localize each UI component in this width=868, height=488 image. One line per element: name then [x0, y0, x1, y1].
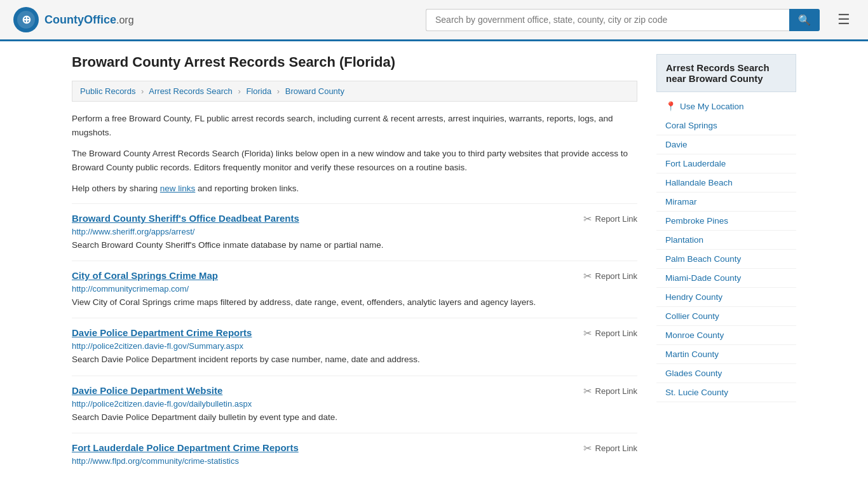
results-list: Broward County Sheriff's Office Deadbeat…: [72, 203, 637, 477]
result-item-3: Davie Police Department Website ✂ Report…: [72, 376, 637, 433]
report-icon-0: ✂: [583, 213, 592, 225]
report-icon-2: ✂: [583, 327, 592, 339]
result-title-1[interactable]: City of Coral Springs Crime Map: [72, 270, 218, 281]
result-url-4[interactable]: http://www.flpd.org/community/crime-stat…: [72, 456, 637, 466]
sidebar-link-fort-lauderdale[interactable]: Fort Lauderdale: [656, 154, 796, 173]
sidebar-link-collier-county[interactable]: Collier County: [656, 307, 796, 326]
result-header-0: Broward County Sheriff's Office Deadbeat…: [72, 213, 637, 225]
use-location-label: Use My Location: [680, 102, 744, 111]
header: ⊕ CountyOffice.org 🔍 ☰: [0, 0, 868, 41]
content-area: Broward County Arrest Records Search (Fl…: [72, 54, 637, 477]
result-header-4: Fort Lauderdale Police Department Crime …: [72, 442, 637, 454]
result-url-0[interactable]: http://www.sheriff.org/apps/arrest/: [72, 227, 637, 236]
description-1: Perform a free Broward County, FL public…: [72, 112, 637, 139]
report-icon-3: ✂: [583, 385, 592, 397]
report-label-2: Report Link: [595, 329, 637, 338]
breadcrumb: Public Records › Arrest Records Search ›…: [72, 81, 637, 102]
report-link-2[interactable]: ✂ Report Link: [583, 327, 637, 339]
result-title-3[interactable]: Davie Police Department Website: [72, 385, 222, 396]
result-header-1: City of Coral Springs Crime Map ✂ Report…: [72, 270, 637, 282]
report-label-1: Report Link: [595, 271, 637, 281]
result-title-0[interactable]: Broward County Sheriff's Office Deadbeat…: [72, 213, 299, 224]
sidebar-link-hallandale-beach[interactable]: Hallandale Beach: [656, 173, 796, 193]
result-desc-1: View City of Coral Springs crime maps fi…: [72, 296, 637, 309]
search-container: 🔍: [426, 9, 820, 31]
report-link-4[interactable]: ✂ Report Link: [583, 442, 637, 454]
search-icon: 🔍: [798, 15, 811, 25]
logo-icon: ⊕: [13, 6, 39, 33]
sidebar-header: Arrest Records Search near Broward Count…: [656, 54, 796, 92]
search-button[interactable]: 🔍: [789, 9, 820, 31]
sidebar-link-hendry-county[interactable]: Hendry County: [656, 288, 796, 307]
logo-text: CountyOffice.org: [44, 13, 134, 27]
result-item-1: City of Coral Springs Crime Map ✂ Report…: [72, 261, 637, 318]
hamburger-icon: ☰: [837, 11, 850, 27]
report-icon-4: ✂: [583, 442, 592, 454]
sidebar-link-plantation[interactable]: Plantation: [656, 231, 796, 250]
result-desc-3: Search Davie Police Department daily bul…: [72, 411, 637, 424]
sidebar-link-st-lucie-county[interactable]: St. Lucie County: [656, 383, 796, 402]
sidebar-link-pembroke-pines[interactable]: Pembroke Pines: [656, 212, 796, 231]
report-icon-1: ✂: [583, 270, 592, 282]
report-label-4: Report Link: [595, 444, 637, 453]
result-header-3: Davie Police Department Website ✂ Report…: [72, 385, 637, 397]
sidebar: Arrest Records Search near Broward Count…: [656, 54, 796, 477]
report-link-1[interactable]: ✂ Report Link: [583, 270, 637, 282]
result-url-3[interactable]: http://police2citizen.davie-fl.gov/daily…: [72, 399, 637, 409]
result-desc-0: Search Broward County Sheriff's Office i…: [72, 239, 637, 252]
breadcrumb-sep-3: ›: [277, 86, 280, 96]
search-input[interactable]: [426, 9, 789, 31]
result-header-2: Davie Police Department Crime Reports ✂ …: [72, 327, 637, 339]
sidebar-link-coral-springs[interactable]: Coral Springs: [656, 116, 796, 135]
location-pin-icon: 📍: [665, 101, 676, 111]
breadcrumb-florida[interactable]: Florida: [246, 86, 271, 96]
result-item-0: Broward County Sheriff's Office Deadbeat…: [72, 203, 637, 261]
result-item-2: Davie Police Department Crime Reports ✂ …: [72, 318, 637, 375]
sidebar-link-miami-dade-county[interactable]: Miami-Dade County: [656, 269, 796, 288]
sidebar-link-miramar[interactable]: Miramar: [656, 193, 796, 212]
description-3: Help others by sharing new links and rep…: [72, 182, 637, 196]
sidebar-link-glades-county[interactable]: Glades County: [656, 364, 796, 383]
breadcrumb-arrest-records[interactable]: Arrest Records Search: [149, 86, 233, 96]
new-links-link[interactable]: new links: [160, 184, 196, 193]
sidebar-link-davie[interactable]: Davie: [656, 135, 796, 154]
result-title-4[interactable]: Fort Lauderdale Police Department Crime …: [72, 442, 299, 453]
breadcrumb-public-records[interactable]: Public Records: [80, 86, 135, 96]
result-url-2[interactable]: http://police2citizen.davie-fl.gov/Summa…: [72, 341, 637, 351]
sidebar-link-monroe-county[interactable]: Monroe County: [656, 326, 796, 345]
main-container: Broward County Arrest Records Search (Fl…: [53, 41, 815, 488]
report-link-0[interactable]: ✂ Report Link: [583, 213, 637, 225]
breadcrumb-broward-county[interactable]: Broward County: [285, 86, 344, 96]
report-link-3[interactable]: ✂ Report Link: [583, 385, 637, 397]
report-label-0: Report Link: [595, 214, 637, 224]
page-title: Broward County Arrest Records Search (Fl…: [72, 54, 637, 71]
use-location-button[interactable]: 📍 Use My Location: [656, 96, 796, 116]
sidebar-link-martin-county[interactable]: Martin County: [656, 345, 796, 364]
svg-text:⊕: ⊕: [22, 13, 31, 26]
result-item-4: Fort Lauderdale Police Department Crime …: [72, 433, 637, 477]
logo-link[interactable]: ⊕ CountyOffice.org: [13, 6, 134, 33]
result-desc-2: Search Davie Police Department incident …: [72, 353, 637, 366]
logo-ext: .org: [116, 15, 134, 25]
result-title-2[interactable]: Davie Police Department Crime Reports: [72, 327, 252, 338]
breadcrumb-sep-1: ›: [141, 86, 144, 96]
sidebar-link-palm-beach-county[interactable]: Palm Beach County: [656, 250, 796, 269]
description-2: The Broward County Arrest Records Search…: [72, 147, 637, 174]
report-label-3: Report Link: [595, 386, 637, 396]
breadcrumb-sep-2: ›: [238, 86, 240, 96]
hamburger-button[interactable]: ☰: [832, 9, 855, 30]
result-url-1[interactable]: http://communitycrimemap.com/: [72, 284, 637, 294]
